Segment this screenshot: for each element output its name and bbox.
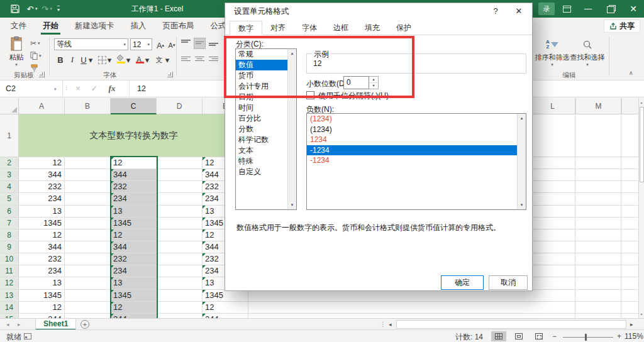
- font-name-combo[interactable]: 等线 ▾: [54, 38, 128, 50]
- cell-B13[interactable]: [65, 290, 111, 301]
- row-header-5[interactable]: 5: [0, 193, 19, 204]
- cell-B9[interactable]: [65, 241, 111, 253]
- find-select-button[interactable]: 查找和选择 ▾: [570, 36, 605, 73]
- cell-C7[interactable]: 1345: [111, 218, 157, 229]
- category-item-货币[interactable]: 货币: [236, 70, 287, 81]
- cell-B4[interactable]: [65, 181, 111, 192]
- zoom-level[interactable]: 115%: [625, 332, 643, 341]
- cell-A5[interactable]: 234: [19, 193, 65, 204]
- cell-B15[interactable]: [65, 314, 111, 318]
- ribbon-tab-新建选项卡[interactable]: 新建选项卡: [67, 18, 123, 35]
- negative-scrollbar[interactable]: ▴ ▾: [517, 114, 526, 209]
- cell-C14[interactable]: 12: [111, 302, 157, 313]
- cell-A2[interactable]: 12: [19, 157, 65, 168]
- category-item-特殊[interactable]: 特殊: [236, 156, 287, 167]
- row-header-2[interactable]: 2: [0, 157, 19, 168]
- align-left-icon[interactable]: [180, 53, 192, 65]
- cell-D12[interactable]: [157, 277, 203, 289]
- scroll-up-icon[interactable]: ▴: [288, 51, 296, 56]
- merged-title-cell[interactable]: 文本型数字转换为数字: [19, 114, 248, 157]
- hscroll-left-icon[interactable]: ◂: [389, 319, 392, 330]
- borders-dropdown-icon[interactable]: ▾: [107, 53, 112, 66]
- vertical-scroll-thumb[interactable]: [640, 107, 644, 182]
- cell-C5[interactable]: 234: [111, 193, 157, 204]
- negative-option-1[interactable]: (1234): [307, 124, 517, 135]
- signin-badge[interactable]: 录: [538, 3, 555, 15]
- row-header-15[interactable]: 15: [0, 314, 19, 318]
- tab-splitter[interactable]: ⋮: [380, 319, 386, 330]
- align-middle-icon[interactable]: [194, 38, 206, 49]
- cell-E15[interactable]: 344: [203, 314, 248, 318]
- spinner-up-icon[interactable]: ▴: [369, 77, 378, 83]
- category-scrollbar[interactable]: ▴ ▾: [287, 49, 296, 209]
- cell-B5[interactable]: [65, 193, 111, 204]
- category-item-分数[interactable]: 分数: [236, 124, 287, 135]
- column-header-partial[interactable]: [621, 98, 638, 114]
- fill-color-icon[interactable]: [114, 53, 126, 66]
- save-icon[interactable]: [8, 2, 23, 16]
- phonetic-guide-icon[interactable]: 文: [153, 53, 165, 66]
- category-item-会计专用[interactable]: 会计专用: [236, 81, 287, 92]
- negative-option-4[interactable]: -1234: [307, 155, 517, 166]
- dialog-close-icon[interactable]: ✕: [509, 3, 528, 19]
- category-item-数值[interactable]: 数值: [236, 60, 287, 70]
- cell-E14[interactable]: 12: [203, 302, 248, 313]
- name-box[interactable]: C2: [0, 80, 63, 97]
- dialog-tab-保护[interactable]: 保护: [388, 21, 419, 35]
- align-bottom-icon[interactable]: [208, 38, 219, 49]
- dialog-tab-对齐[interactable]: 对齐: [262, 21, 294, 35]
- fill-color-dropdown-icon[interactable]: ▾: [126, 53, 131, 66]
- cell-C8[interactable]: 12: [111, 229, 157, 241]
- column-header-C[interactable]: C: [111, 98, 157, 114]
- select-all-corner[interactable]: [0, 98, 19, 114]
- normal-view-icon[interactable]: [491, 331, 506, 341]
- column-header-M[interactable]: M: [575, 98, 621, 114]
- customize-qat-icon[interactable]: ▾: [57, 6, 60, 13]
- row-header-7[interactable]: 7: [0, 218, 19, 229]
- dialog-tab-填充[interactable]: 填充: [357, 21, 388, 35]
- cell-A4[interactable]: 232: [19, 181, 65, 192]
- cell-A7[interactable]: 1345: [19, 218, 65, 229]
- row-header-13[interactable]: 13: [0, 290, 19, 301]
- cell-D5[interactable]: [157, 193, 203, 204]
- scroll-down-icon[interactable]: ▾: [639, 312, 644, 316]
- cell-C6[interactable]: 13: [111, 206, 157, 217]
- cell-D13[interactable]: [157, 290, 203, 301]
- cell-C15[interactable]: 344: [111, 314, 157, 318]
- negative-option-0[interactable]: (1234): [307, 114, 517, 124]
- font-color-dropdown-icon[interactable]: ▾: [145, 53, 150, 66]
- thousands-separator-checkbox[interactable]: [306, 91, 314, 99]
- ribbon-tab-页面布局[interactable]: 页面布局: [155, 18, 203, 35]
- cell-A14[interactable]: 12: [19, 302, 65, 313]
- negative-option-2[interactable]: 1234: [307, 135, 517, 145]
- cell-C13[interactable]: 1345: [111, 290, 157, 301]
- cell-C3[interactable]: 344: [111, 169, 157, 180]
- category-item-自定义[interactable]: 自定义: [236, 167, 287, 177]
- cell-B10[interactable]: [65, 253, 111, 265]
- cell-D7[interactable]: [157, 218, 203, 229]
- cell-D11[interactable]: [157, 265, 203, 277]
- zoom-slider-track[interactable]: [563, 337, 613, 338]
- category-item-常规[interactable]: 常规: [236, 49, 287, 60]
- cell-B3[interactable]: [65, 169, 111, 180]
- align-right-icon[interactable]: [208, 53, 219, 65]
- scroll-down-icon[interactable]: ▾: [518, 202, 526, 207]
- sort-filter-button[interactable]: AZ 排序和筛选 ▾: [535, 36, 570, 73]
- vertical-scrollbar[interactable]: ▴ ▾: [638, 98, 644, 318]
- column-header-A[interactable]: A: [19, 98, 65, 114]
- cell-C11[interactable]: 234: [111, 265, 157, 277]
- align-center-icon[interactable]: [194, 53, 206, 65]
- cell-A6[interactable]: 13: [19, 206, 65, 217]
- cell-B12[interactable]: [65, 277, 111, 289]
- category-item-文本[interactable]: 文本: [236, 145, 287, 156]
- paste-button[interactable]: 粘贴 ▾: [4, 36, 29, 73]
- hscroll-right-icon[interactable]: ▸: [630, 319, 633, 330]
- cell-C9[interactable]: 344: [111, 241, 157, 253]
- sheet-nav-left-icon[interactable]: ◂: [6, 319, 9, 330]
- minimize-icon[interactable]: —: [579, 0, 597, 18]
- column-header-B[interactable]: B: [65, 98, 111, 114]
- ribbon-tab-插入[interactable]: 插入: [123, 18, 155, 35]
- clipboard-dialog-launcher[interactable]: [39, 72, 45, 77]
- cell-A12[interactable]: 13: [19, 277, 65, 289]
- cell-C2[interactable]: 12: [111, 157, 157, 168]
